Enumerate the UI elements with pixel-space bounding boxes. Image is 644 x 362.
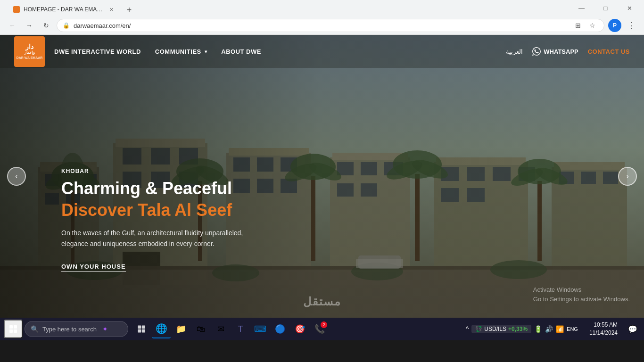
browser-menu-button[interactable]: ⋮	[625, 19, 638, 32]
currency-label: USD/ILS	[484, 326, 506, 332]
windows-logo-icon	[9, 325, 17, 333]
watermark: مستقل	[303, 295, 341, 308]
url-text: darwaemaar.com/en/	[74, 22, 568, 29]
tab-title: HOMEPAGE - DAR WA EMAAR	[24, 6, 104, 13]
svg-rect-78	[142, 329, 145, 333]
taskbar: 🔍 Type here to search ✦ 🌐 📁 🛍 ✉ T ⌨ 🔵 🎯 …	[0, 318, 644, 340]
notification-button[interactable]: 💬	[625, 321, 640, 337]
taskbar-right: ^ 💱 USD/ILS +0,33% 🔋 🔊 📶 ENG 10:55 AM 11…	[462, 321, 640, 337]
task-view-icon	[137, 325, 146, 333]
nav-contact-us[interactable]: CONTACT US	[588, 48, 630, 55]
nav-communities[interactable]: COMMUNITIES	[155, 48, 207, 55]
back-button[interactable]: ←	[6, 19, 19, 32]
taskbar-task-view[interactable]	[132, 320, 151, 338]
nav-links: DWE INTERACTIVE WORLD COMMUNITIES ABOUT …	[54, 48, 506, 55]
activate-line2: Go to Settings to activate Windows.	[533, 295, 630, 304]
nav-dwe-interactive[interactable]: DWE INTERACTIVE WORLD	[54, 48, 141, 55]
start-button[interactable]	[4, 320, 23, 338]
clock-date: 11/14/2024	[589, 329, 618, 337]
sparkle-icon: ✦	[102, 325, 108, 333]
svg-rect-76	[142, 326, 145, 329]
whatsapp-text: WHATSAPP	[544, 48, 578, 55]
whatsapp-icon	[532, 47, 541, 56]
refresh-button[interactable]: ↻	[40, 19, 53, 32]
search-placeholder-text: Type here to search	[42, 326, 97, 333]
taskbar-teams[interactable]: T	[231, 320, 250, 338]
currency-value: +0,33%	[508, 326, 528, 332]
browser-tab[interactable]: HOMEPAGE - DAR WA EMAAR ✕	[8, 2, 121, 16]
translate-button[interactable]: ⊞	[572, 19, 584, 32]
svg-rect-77	[138, 329, 141, 333]
lock-icon: 🔒	[63, 22, 70, 29]
logo-text: دار وإعمار DAR WA EMAAR	[17, 43, 43, 60]
language-label[interactable]: ENG	[567, 326, 578, 332]
hero-content: KHOBAR Charming & Peaceful Discover Tala…	[61, 168, 259, 271]
url-bar[interactable]: 🔒 darwaemaar.com/en/ ⊞ ☆	[57, 19, 604, 32]
activate-line1: Activate Windows	[533, 285, 630, 295]
taskbar-clock[interactable]: 10:55 AM 11/14/2024	[586, 321, 621, 337]
hero-title: Charming & Peaceful	[61, 178, 259, 198]
new-tab-button[interactable]: +	[123, 3, 136, 16]
hero-cta[interactable]: OWN YOUR HOUSE	[61, 263, 126, 272]
hero-location: KHOBAR	[61, 168, 259, 174]
chevron-icon[interactable]: ^	[466, 325, 469, 333]
nav-arabic[interactable]: العربية	[506, 48, 523, 55]
address-bar: ← → ↻ 🔒 darwaemaar.com/en/ ⊞ ☆ P ⋮	[0, 16, 644, 34]
navbar: دار وإعمار DAR WA EMAAR DWE INTERACTIVE …	[0, 35, 644, 68]
taskbar-teams2[interactable]: 📞 2	[310, 320, 329, 338]
system-tray: ^ 💱 USD/ILS +0,33% 🔋 🔊 📶 ENG	[462, 325, 582, 333]
carousel-next-button[interactable]: ›	[618, 167, 637, 186]
currency-icon: 💱	[475, 326, 482, 332]
taskbar-apps: 🌐 📁 🛍 ✉ T ⌨ 🔵 🎯 📞 2	[132, 320, 329, 338]
tab-close-button[interactable]: ✕	[107, 6, 115, 13]
taskbar-explorer[interactable]: 📁	[172, 320, 190, 338]
forward-button[interactable]: →	[23, 19, 36, 32]
minimize-button[interactable]: —	[571, 2, 592, 15]
hero-subtitle: Discover Tala Al Seef	[61, 200, 259, 220]
clock-time: 10:55 AM	[589, 321, 618, 329]
taskbar-chrome[interactable]: 🔵	[271, 320, 289, 338]
close-button[interactable]: ✕	[619, 2, 640, 15]
hero-description: On the waves of the Gulf, an architectur…	[61, 228, 259, 249]
carousel-prev-button[interactable]: ‹	[7, 167, 26, 186]
battery-icon[interactable]: 🔋	[534, 325, 542, 333]
search-icon: 🔍	[31, 325, 39, 333]
taskbar-edge[interactable]: 🌐	[152, 320, 171, 338]
logo[interactable]: دار وإعمار DAR WA EMAAR	[14, 36, 45, 67]
nav-right: العربية WHATSAPP CONTACT US	[506, 47, 630, 56]
profile-button[interactable]: P	[608, 19, 621, 32]
bookmark-button[interactable]: ☆	[586, 19, 598, 32]
currency-display[interactable]: 💱 USD/ILS +0,33%	[471, 325, 531, 333]
maximize-button[interactable]: □	[595, 2, 616, 15]
title-bar: HOMEPAGE - DAR WA EMAAR ✕ + — □ ✕	[0, 0, 644, 16]
website-content: دار وإعمار DAR WA EMAAR DWE INTERACTIVE …	[0, 35, 644, 318]
taskbar-search[interactable]: 🔍 Type here to search ✦	[25, 321, 128, 337]
taskbar-mail[interactable]: ✉	[211, 320, 230, 338]
tab-favicon	[13, 6, 20, 13]
svg-rect-75	[138, 326, 141, 329]
activate-windows-notice: Activate Windows Go to Settings to activ…	[533, 285, 630, 304]
nav-about[interactable]: ABOUT DWE	[221, 48, 261, 55]
taskbar-vscode[interactable]: ⌨	[251, 320, 270, 338]
network-icon[interactable]: 📶	[556, 325, 564, 333]
whatsapp-link[interactable]: WHATSAPP	[532, 47, 578, 56]
volume-icon[interactable]: 🔊	[545, 325, 553, 333]
taskbar-app8[interactable]: 🎯	[290, 320, 309, 338]
taskbar-store[interactable]: 🛍	[191, 320, 210, 338]
